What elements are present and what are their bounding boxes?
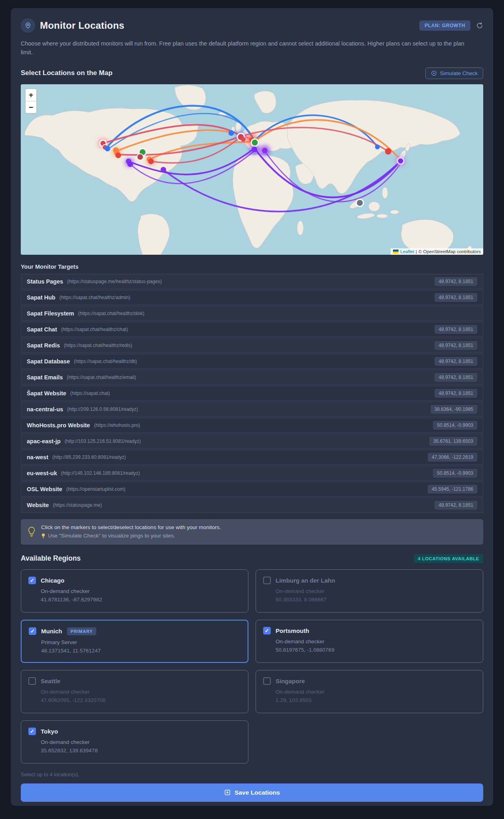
target-name: OSL Website — [27, 486, 62, 492]
marker-purple-ringed[interactable] — [397, 158, 404, 164]
zoom-in-button[interactable]: + — [26, 89, 36, 101]
marker-red[interactable] — [385, 148, 391, 155]
marker-blue[interactable] — [375, 145, 380, 149]
refresh-icon[interactable] — [476, 22, 483, 29]
marker-purple[interactable] — [161, 167, 166, 173]
map-canvas — [21, 84, 483, 255]
marker-blue[interactable] — [228, 130, 234, 136]
region-name: Singapore — [276, 678, 305, 684]
checkbox-checked[interactable] — [28, 728, 36, 735]
osm-attribution: © OpenStreetMap contributors — [419, 249, 481, 254]
target-url: (http://103.125.216.51:8081/readyz) — [65, 438, 429, 444]
target-url: (https://sapat.chat/healthz/redis) — [64, 343, 435, 348]
primary-badge: PRIMARY — [67, 627, 97, 635]
map-pin-icon — [21, 18, 35, 33]
marker-purple[interactable] — [252, 147, 257, 152]
region-card-chicago[interactable]: Chicago On-demand checker 41.8781136, -8… — [21, 569, 248, 613]
target-coords-badge: 35.6761, 139.6503 — [429, 437, 477, 446]
regions-section-title: Available Regions — [21, 554, 81, 563]
region-coords: 47.6062095, -122.3320708 — [41, 697, 241, 703]
target-coords-badge: 38.6364, -90.1985 — [431, 405, 477, 414]
region-coords: 1.29, 103.8503 — [276, 697, 476, 703]
target-url: (http://149.102.146.185:8081/readyz) — [61, 470, 433, 476]
target-url: (http://85.239.233.60:8081/readyz) — [52, 454, 428, 460]
region-coords: 50.8197675, -1.0880769 — [276, 647, 476, 653]
target-name: WhoHosts.pro Website — [27, 422, 90, 428]
target-name: Sapat Redis — [27, 342, 60, 349]
region-coords: 35.652832, 139.839478 — [41, 748, 241, 754]
target-url: (https://statuspage.me/healthz/status-pa… — [67, 279, 435, 284]
simulate-check-label: Simulate Check — [440, 70, 478, 76]
target-row: OSL Website(https://openstartuplist.com)… — [21, 482, 483, 497]
checkbox-checked[interactable] — [263, 627, 271, 635]
plan-badge: PLAN: GROWTH — [419, 20, 470, 31]
region-card-munich[interactable]: Munich PRIMARY Primary Server 48.1371541… — [21, 620, 248, 663]
target-coords-badge: 48.9742, 8.1851 — [435, 293, 477, 302]
target-name: Sapat Hub — [27, 294, 56, 301]
targets-list: Status Pages(https://statuspage.me/healt… — [21, 274, 483, 513]
marker-purple[interactable] — [262, 148, 268, 153]
region-card-singapore[interactable]: Singapore On-demand checker 1.29, 103.85… — [256, 670, 483, 713]
ukraine-flag-icon — [393, 250, 399, 254]
target-row: Website(https://statuspage.me)48.9742, 8… — [21, 498, 483, 513]
target-url: (http://209.126.0.56:8081/readyz) — [67, 407, 431, 412]
target-url: (https://sapat.chat) — [70, 391, 435, 396]
target-coords-badge: 45.5945, -121.1786 — [428, 485, 477, 494]
region-card-limburg[interactable]: Limburg an der Lahn On-demand checker 50… — [256, 569, 483, 613]
region-card-seattle[interactable]: Seattle On-demand checker 47.6062095, -1… — [21, 670, 248, 713]
simulate-check-button[interactable]: Simulate Check — [425, 67, 483, 79]
target-name: Šapat Website — [27, 390, 66, 397]
region-type: On-demand checker — [41, 588, 241, 594]
target-row: Sapat Filesystem(https://sapat.chat/heal… — [21, 306, 483, 321]
lightbulb-icon — [27, 526, 36, 537]
target-name: na-west — [27, 454, 48, 460]
map-section-title: Select Locations on the Map — [21, 69, 113, 77]
target-row: na-central-us(http://209.126.0.56:8081/r… — [21, 402, 483, 417]
region-type: On-demand checker — [276, 588, 476, 594]
target-name: Website — [27, 502, 49, 508]
checkbox-unchecked[interactable] — [263, 577, 271, 584]
region-name: Seattle — [41, 678, 60, 684]
save-locations-button[interactable]: Save Locations — [21, 783, 483, 802]
region-coords: 50.383333, 8.066667 — [276, 597, 476, 603]
target-row: eu-west-uk(http://149.102.146.185:8081/r… — [21, 466, 483, 481]
marker-red[interactable] — [115, 153, 121, 158]
region-coords: 41.8781136, -87.6297982 — [41, 597, 241, 603]
target-row: na-west(http://85.239.233.60:8081/readyz… — [21, 450, 483, 465]
regions-grid: Chicago On-demand checker 41.8781136, -8… — [21, 569, 483, 763]
save-icon — [224, 789, 231, 796]
target-name: Sapat Chat — [27, 326, 57, 333]
marker-purple[interactable] — [127, 161, 133, 167]
leaflet-link[interactable]: Leaflet — [400, 249, 414, 254]
map-attribution: Leaflet | © OpenStreetMap contributors — [391, 248, 483, 255]
region-type: On-demand checker — [41, 739, 241, 745]
map-zoom-control: + − — [25, 88, 37, 114]
target-coords-badge: 50.8514, -0.9903 — [433, 421, 477, 430]
target-name: Sapat Filesystem — [27, 310, 74, 317]
targets-section-title: Your Monitor Targets — [21, 264, 483, 270]
target-row: Sapat Emails(https://sapat.chat/healthz/… — [21, 370, 483, 385]
checkbox-unchecked[interactable] — [263, 677, 271, 685]
checkbox-unchecked[interactable] — [28, 677, 36, 685]
target-coords-badge: 48.9742, 8.1851 — [435, 277, 477, 286]
marker-darkred[interactable] — [137, 154, 143, 160]
region-name: Limburg an der Lahn — [276, 577, 335, 584]
zoom-out-button[interactable]: − — [26, 101, 36, 113]
play-circle-icon — [431, 70, 437, 76]
target-coords-badge: 48.9742, 8.1851 — [435, 389, 477, 398]
region-card-tokyo[interactable]: Tokyo On-demand checker 35.652832, 139.8… — [21, 720, 248, 763]
marker-red[interactable] — [241, 137, 246, 142]
marker-gray-ringed[interactable] — [356, 199, 363, 206]
checkbox-checked[interactable] — [29, 627, 36, 635]
target-url: (https://sapat.chat/healthz/disk) — [78, 311, 477, 316]
region-card-portsmouth[interactable]: Portsmouth On-demand checker 50.8197675,… — [256, 620, 483, 663]
checkbox-checked[interactable] — [28, 577, 36, 584]
region-type: On-demand checker — [276, 639, 476, 644]
tip-line-1: Click on the markers to select/deselect … — [41, 524, 221, 532]
selection-limit-note: Select up to 4 location(s). — [21, 771, 483, 777]
marker-blue[interactable] — [105, 146, 110, 151]
marker-red[interactable] — [148, 159, 154, 164]
target-name: na-central-us — [27, 406, 63, 412]
world-map[interactable]: + − Leaflet | © OpenStreetMap contributo… — [21, 84, 483, 255]
marker-green-ringed[interactable] — [251, 139, 258, 146]
